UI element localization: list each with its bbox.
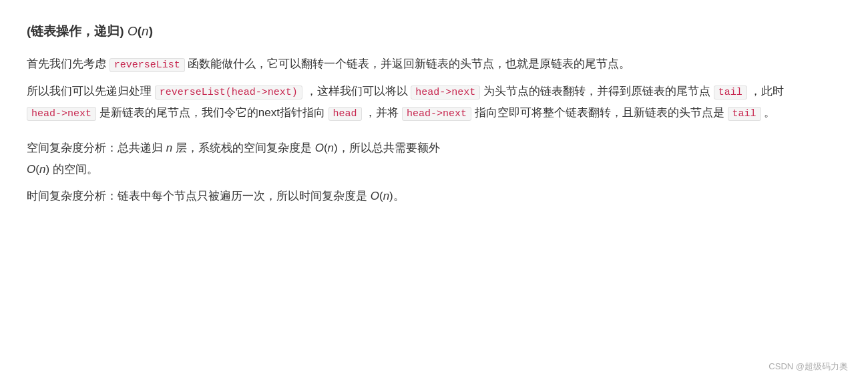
- code-head-next-1: head->next: [411, 85, 480, 100]
- math-on-2: O: [27, 163, 35, 176]
- paragraph-3: 空间复杂度分析：总共递归 n 层，系统栈的空间复杂度是 O(n)，所以总共需要额…: [27, 138, 835, 181]
- code-reverseList-call: reverseList(head->next): [155, 85, 302, 100]
- code-tail-2: tail: [728, 107, 761, 121]
- code-head-next-2: head->next: [27, 107, 96, 121]
- math-n-1: n: [166, 142, 172, 154]
- title: (链表操作，递归) O(n): [27, 20, 835, 43]
- code-head: head: [329, 107, 362, 121]
- watermark: CSDN @超级码力奥: [769, 359, 848, 374]
- code-reverseList: reverseList: [110, 58, 185, 72]
- code-tail-1: tail: [714, 85, 747, 100]
- paragraph-1: 首先我们先考虑 reverseList 函数能做什么，它可以翻转一个链表，并返回…: [27, 53, 835, 75]
- title-text: (链表操作，递归) O(n): [27, 24, 153, 38]
- math-on-1: O: [315, 142, 324, 154]
- paragraph-2: 所以我们可以先递归处理 reverseList(head->next) ，这样我…: [27, 81, 835, 124]
- code-head-next-3: head->next: [402, 107, 471, 121]
- paragraph-4: 时间复杂度分析：链表中每个节点只被遍历一次，所以时间复杂度是 O(n)。: [27, 186, 835, 207]
- math-on-3: O: [371, 190, 379, 202]
